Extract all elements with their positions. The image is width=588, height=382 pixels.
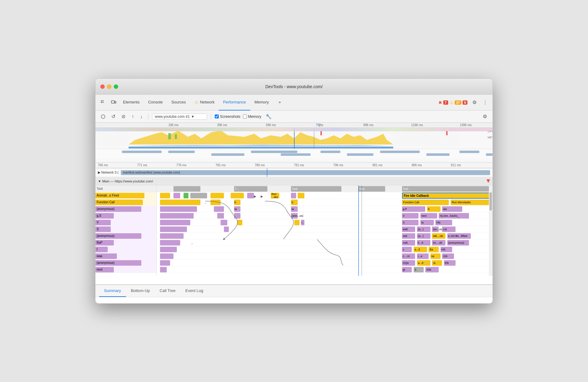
yellow-block-1[interactable] [160, 193, 170, 198]
tab-memory[interactable]: Memory [250, 95, 273, 110]
bottom-tab-bottomup[interactable]: Bottom-Up [126, 285, 155, 297]
bap-purple[interactable] [160, 240, 180, 245]
scrollbar-vertical[interactable] [489, 185, 493, 276]
anon2-purple[interactable] [160, 233, 184, 239]
timeline-overview[interactable]: 196 ms 396 ms 596 ms 79|hs 996 ms 1196 m… [95, 123, 493, 163]
gib-block[interactable]: Gib [442, 253, 454, 259]
flame-row-anonymous-3[interactable]: (anonymous) [95, 260, 156, 266]
inspect-element-button[interactable] [98, 98, 108, 107]
block-f[interactable]: f... [301, 220, 304, 225]
a-block-2[interactable]: (a...) [417, 233, 430, 239]
sa-block[interactable]: sa [430, 253, 441, 259]
flame-row-animati[interactable]: Animati...e Fired [95, 192, 156, 199]
v-row[interactable]: f... S ta Hla [157, 219, 493, 226]
main-thread-header[interactable]: ▼ Main — https://www.youtube.com/ [95, 177, 493, 185]
func-call-row[interactable]: → b b Function Call Run Microtasks [157, 199, 493, 206]
ta-block-r[interactable]: ta [420, 220, 434, 225]
func-call-yellow-1[interactable] [160, 200, 200, 205]
ra-block[interactable]: ra [432, 260, 442, 266]
minimize-button[interactable] [107, 84, 111, 89]
flame-row-t[interactable]: t [95, 246, 156, 253]
gray-block-1[interactable] [190, 193, 207, 198]
flame-row-anonymous-2[interactable]: (anonymous) [95, 233, 156, 239]
shb-block[interactable]: Shb [425, 267, 439, 272]
v-yellow-2[interactable] [294, 220, 299, 225]
gs-row[interactable]: (ano...us) V next mj.exe...backs_ [157, 212, 493, 219]
purple-block-2[interactable] [247, 193, 254, 198]
wb-ob-block[interactable]: wB....ob [432, 233, 445, 239]
kd-block[interactable]: k...d [417, 240, 430, 245]
t-row[interactable]: c a...d Ba Kib [157, 246, 493, 253]
aeb-block[interactable]: Aeb [402, 240, 415, 245]
v-block[interactable]: V [402, 213, 419, 219]
dropdown-icon[interactable]: ▼ [191, 114, 195, 119]
network-row[interactable]: ▶ Network 3 ( manifest.webmanifest (www.… [95, 168, 493, 177]
block-ta-2[interactable]: ta [291, 206, 298, 212]
next-purple[interactable] [160, 267, 167, 272]
s-block-r[interactable]: S [402, 220, 419, 225]
scrollbar-thumb[interactable] [489, 192, 492, 211]
upload-button[interactable]: ↑ [130, 113, 136, 121]
network-request-bar[interactable]: manifest.webmanifest (www.youtube.com) [121, 170, 490, 175]
ad-block[interactable]: a...d [414, 247, 427, 252]
ad2-block[interactable]: a...d [417, 260, 430, 266]
flame-chart-right[interactable]: T... Task Task Task [157, 185, 493, 276]
reload-button[interactable]: ↺ [110, 112, 117, 121]
anonymous-row-2[interactable]: xeb (a...) wB....ob e.JSC$6...lfilled [157, 233, 493, 239]
gt-block[interactable]: gt [402, 267, 412, 272]
fire-idle-callback-block[interactable]: Fire Idle Callback [402, 193, 493, 199]
green-block-1[interactable] [184, 193, 188, 198]
v-purple[interactable] [160, 220, 190, 225]
anon-purple-1[interactable] [160, 206, 197, 212]
screenshots-checkbox-label[interactable]: Screenshots [215, 114, 240, 119]
s-block-2[interactable]: S [414, 267, 424, 272]
flame-row-anonymous-1[interactable]: (anonymous) [95, 206, 156, 212]
flame-row-waa[interactable]: waa [95, 253, 156, 260]
block-b-1[interactable]: b [234, 200, 241, 205]
anonymous-row-1[interactable]: ta ta g.P b ala [157, 206, 493, 212]
yellow-block-ta1[interactable] [231, 193, 237, 198]
s-row[interactable]: web (a...) (an...us) Lla [157, 226, 493, 233]
waa-row[interactable]: c....nt i...e sa Gib [157, 253, 493, 260]
s-purple-2[interactable] [224, 227, 229, 232]
performance-settings-button[interactable]: ⚙ [481, 112, 489, 121]
tab-more[interactable]: » [274, 95, 285, 110]
record-button[interactable] [99, 113, 107, 120]
close-button[interactable] [100, 84, 105, 89]
bottom-tab-calltree[interactable]: Call Tree [155, 285, 180, 297]
more-options-button[interactable]: ⋮ [480, 98, 490, 107]
block-ta-1[interactable]: ta [234, 206, 241, 212]
kib-block[interactable]: Kib [441, 247, 452, 252]
anon-purple-2[interactable] [214, 206, 224, 212]
block-run-sks[interactable]: Run ...sks [271, 193, 279, 198]
next-block[interactable]: next [420, 213, 437, 219]
tab-console[interactable]: Console [144, 95, 167, 110]
anonymous-r[interactable]: (anonymous) [447, 240, 469, 245]
flame-row-func-call[interactable]: Function Call [95, 199, 156, 206]
flame-row-s[interactable]: S [95, 226, 156, 233]
gs-purple-2[interactable] [217, 213, 224, 219]
bottom-tab-eventlog[interactable]: Event Log [180, 285, 208, 297]
func-yellow-2[interactable] [210, 200, 221, 205]
oqa-block[interactable]: OQa [402, 260, 415, 266]
clear-button[interactable]: ⊘ [120, 112, 127, 121]
func-call-right[interactable]: Function Call [402, 200, 449, 205]
ala-block[interactable]: ala [442, 206, 462, 212]
block-b-2[interactable]: b [291, 200, 298, 205]
run-microtasks-right[interactable]: Run Microtasks [451, 200, 491, 205]
block-ano-us[interactable]: (ano...us) [291, 213, 298, 219]
ie-block[interactable]: i...e [417, 253, 429, 259]
bottom-tab-summary[interactable]: Summary [99, 285, 126, 297]
tab-network[interactable]: ⚠ Network [190, 95, 219, 110]
yellow-block-2[interactable] [210, 193, 224, 198]
tab-sources[interactable]: Sources [167, 95, 190, 110]
lla-block[interactable]: Lla [442, 227, 456, 232]
device-toolbar-button[interactable] [108, 98, 119, 107]
maximize-button[interactable] [114, 84, 118, 89]
web-block[interactable]: web [402, 227, 415, 232]
tab-performance[interactable]: Performance [219, 95, 250, 110]
cpu-chart[interactable]: CPU NET [95, 128, 493, 149]
c-block[interactable]: c [402, 247, 412, 252]
memory-checkbox[interactable] [243, 114, 247, 118]
settings-button[interactable]: ⚙ [470, 98, 479, 107]
